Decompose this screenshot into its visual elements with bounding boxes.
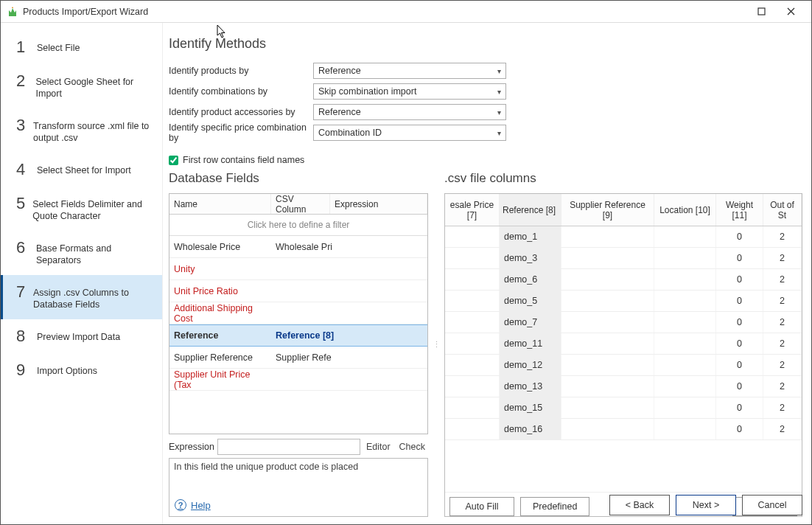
wizard-step-3[interactable]: 3 Transform source .xml file to output .… — [1, 108, 162, 153]
expression-input[interactable] — [217, 439, 360, 455]
csv-row[interactable]: demo_15 0 2 — [445, 397, 802, 419]
wizard-step-1[interactable]: 1 Select File — [1, 30, 162, 64]
chevron-down-icon: ▾ — [497, 88, 501, 96]
help-icon: ? — [175, 499, 186, 511]
db-field-row[interactable]: Wholesale Price Wholesale Pri — [169, 236, 427, 258]
csv-cell-outofstock: 2 — [763, 312, 802, 333]
csv-cell-location — [654, 419, 716, 439]
db-field-row[interactable]: Supplier Reference Supplier Refe — [169, 347, 427, 369]
window-title: Products Import/Export Wizard — [23, 7, 746, 17]
csv-cell-saleprice — [445, 269, 500, 290]
csv-cell-location — [654, 355, 716, 375]
wizard-step-4[interactable]: 4 Select Sheet for Import — [1, 153, 162, 187]
csv-cell-saleprice — [445, 355, 500, 375]
step-label: Assign .csv Columns to Database Fields — [33, 284, 152, 310]
step-number: 8 — [16, 328, 29, 344]
csv-column-header[interactable]: Out of St — [763, 194, 802, 226]
csv-cell-supref — [561, 355, 654, 375]
csv-row[interactable]: demo_12 0 2 — [445, 355, 802, 376]
csv-cell-weight: 0 — [716, 333, 763, 354]
csv-cell-supref — [561, 226, 654, 247]
csv-cell-location — [654, 269, 716, 290]
db-field-row[interactable]: Additional Shipping Cost — [169, 302, 427, 324]
csv-column-header[interactable]: Location [10] — [654, 194, 716, 226]
identify-select[interactable]: Combination ID ▾ — [313, 125, 506, 141]
identify-select[interactable]: Skip combination import ▾ — [313, 83, 506, 100]
editor-button[interactable]: Editor — [363, 442, 393, 452]
csv-column-header[interactable]: Supplier Reference [9] — [561, 194, 654, 226]
db-col-name[interactable]: Name — [169, 194, 271, 214]
wizard-step-6[interactable]: 6 Base Formats and Separators — [1, 231, 162, 275]
wizard-step-7[interactable]: 7 Assign .csv Columns to Database Fields — [1, 275, 162, 319]
select-value: Reference — [318, 66, 361, 76]
next-button[interactable]: Next > — [676, 495, 736, 515]
db-col-csv[interactable]: CSV Column — [271, 194, 330, 214]
csv-cell-saleprice — [445, 291, 500, 311]
csv-cell-weight: 0 — [716, 312, 763, 333]
wizard-step-8[interactable]: 8 Preview Import Data — [1, 319, 162, 353]
first-row-label[interactable]: First row contains field names — [183, 155, 304, 165]
csv-cell-weight: 0 — [716, 355, 763, 375]
csv-cell-reference: demo_15 — [500, 397, 561, 418]
identify-heading: Identify Methods — [169, 36, 802, 52]
check-button[interactable]: Check — [396, 442, 428, 452]
db-field-csvcol: Supplier Refe — [271, 352, 358, 363]
help-link[interactable]: ? Help — [175, 499, 211, 511]
csv-cell-location — [654, 291, 716, 311]
db-field-name: Supplier Reference — [169, 352, 271, 363]
db-fields-heading: Database Fields — [169, 171, 428, 186]
step-label: Transform source .xml file to output .cs… — [33, 117, 152, 144]
csv-cell-weight: 0 — [716, 376, 763, 397]
db-field-name: Unity — [169, 264, 271, 274]
csv-cell-weight: 0 — [716, 291, 763, 311]
csv-cell-outofstock: 2 — [763, 248, 802, 268]
csv-row[interactable]: demo_11 0 2 — [445, 333, 802, 355]
close-button[interactable] — [776, 1, 805, 22]
wizard-step-2[interactable]: 2 Select Google Sheet for Import — [1, 64, 162, 108]
csv-cell-supref — [561, 269, 654, 290]
svg-rect-0 — [758, 8, 765, 15]
csv-row[interactable]: demo_13 0 2 — [445, 376, 802, 397]
csv-row[interactable]: demo_1 0 2 — [445, 226, 802, 248]
db-filter-row[interactable]: Click here to define a filter — [169, 215, 427, 236]
wizard-step-9[interactable]: 9 Import Options — [1, 353, 162, 387]
csv-cell-location — [654, 376, 716, 397]
maximize-button[interactable] — [746, 1, 776, 22]
csv-column-header[interactable]: esale Price [7] — [445, 194, 500, 226]
csv-row[interactable]: demo_5 0 2 — [445, 291, 802, 312]
back-button[interactable]: < Back — [609, 495, 670, 515]
csv-cell-outofstock: 2 — [763, 333, 802, 354]
csv-grid[interactable]: esale Price [7]Reference [8]Supplier Ref… — [444, 193, 802, 517]
db-col-expr[interactable]: Expression — [330, 194, 427, 214]
csv-row[interactable]: demo_16 0 2 — [445, 419, 802, 440]
identify-select[interactable]: Reference ▾ — [313, 104, 506, 120]
csv-row[interactable]: demo_7 0 2 — [445, 312, 802, 333]
csv-cell-weight: 0 — [716, 248, 763, 268]
csv-row[interactable]: demo_3 0 2 — [445, 248, 802, 269]
db-fields-grid[interactable]: Name CSV Column Expression Click here to… — [169, 193, 428, 434]
csv-row[interactable]: demo_6 0 2 — [445, 269, 802, 291]
step-label: Select File — [37, 39, 80, 54]
csv-column-header[interactable]: Weight [11] — [716, 194, 763, 226]
csv-cell-outofstock: 2 — [763, 291, 802, 311]
csv-cell-outofstock: 2 — [763, 397, 802, 418]
select-value: Combination ID — [318, 128, 382, 138]
csv-cell-weight: 0 — [716, 269, 763, 290]
db-field-row[interactable]: Reference Reference [8] — [169, 324, 427, 347]
chevron-down-icon: ▾ — [497, 129, 501, 137]
csv-cell-reference: demo_6 — [500, 269, 561, 290]
db-field-row[interactable]: Unit Price Ratio — [169, 280, 427, 302]
db-field-row[interactable]: Unity — [169, 258, 427, 280]
step-label: Base Formats and Separators — [36, 240, 152, 266]
db-field-name: Supplier Unit Price (Tax — [169, 369, 271, 390]
wizard-step-5[interactable]: 5 Select Fields Delimiter and Quote Char… — [1, 187, 162, 231]
db-field-row[interactable]: Supplier Unit Price (Tax — [169, 369, 427, 391]
identify-select[interactable]: Reference ▾ — [313, 63, 506, 79]
cancel-button[interactable]: Cancel — [742, 495, 802, 515]
chevron-down-icon: ▾ — [497, 67, 501, 75]
csv-column-header[interactable]: Reference [8] — [500, 194, 561, 226]
first-row-checkbox[interactable] — [169, 156, 178, 165]
csv-cell-saleprice — [445, 333, 500, 354]
csv-cell-reference: demo_11 — [500, 333, 561, 354]
splitter[interactable] — [434, 171, 438, 517]
